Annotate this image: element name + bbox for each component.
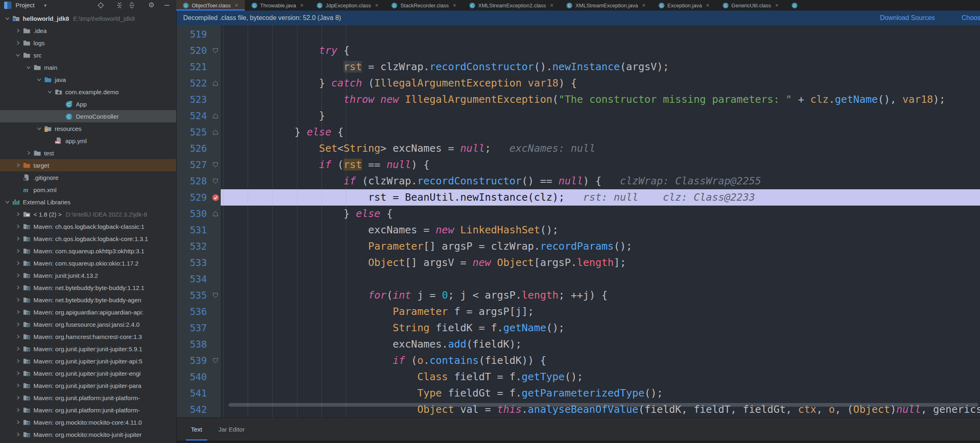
chevron-down-icon[interactable]	[35, 77, 43, 82]
editor-tab[interactable]: C	[785, 0, 807, 11]
tree-item-maven-org.hamcrest-hamcrest-core-1.3[interactable]: Maven: org.hamcrest:hamcrest-core:1.3	[0, 330, 176, 343]
code-text[interactable]: excNames = new LinkedHashSet();	[221, 222, 980, 238]
tree-item-maven-com.squareup.okio-okio-1.17.2[interactable]: Maven: com.squareup.okio:okio:1.17.2	[0, 257, 176, 269]
chevron-right-icon[interactable]	[14, 407, 22, 413]
chevron-right-icon[interactable]	[14, 297, 22, 303]
tree-item--1.8-2-[interactable]: < 1.8 (2) >D:\IntelliJ IDEA 2022.3.2\jdk…	[0, 208, 176, 220]
editor-tab-xmlstreamexception-java[interactable]: CXMLStreamException.java×	[560, 0, 652, 11]
fold-marker-icon[interactable]	[210, 352, 221, 369]
tree-item-maven-org.junit.platform-junit-platform-[interactable]: Maven: org.junit.platform:junit-platform…	[0, 392, 176, 404]
code-text[interactable]: } catch (IllegalArgumentException var18)…	[221, 75, 980, 91]
code-text[interactable]: if (rst == null) {	[221, 157, 980, 173]
chevron-right-icon[interactable]	[14, 236, 22, 241]
code-text[interactable]: Parameter[] argsP = clzWrap.recordParams…	[221, 238, 980, 255]
tree-item-maven-com.squareup.okhttp3-okhttp-3.1[interactable]: Maven: com.squareup.okhttp3:okhttp:3.1	[0, 245, 176, 257]
code-text[interactable]: Parameter f = argsP[j];	[221, 303, 980, 320]
fold-marker-icon[interactable]	[210, 206, 221, 222]
chevron-right-icon[interactable]	[14, 211, 22, 217]
code-text[interactable]: try {	[221, 42, 980, 59]
chevron-right-icon[interactable]	[14, 370, 22, 376]
editor-tab-jdpexception-class[interactable]: CJdpException.class×	[310, 0, 385, 11]
editor-tab-objecttoer-class[interactable]: CObjectToer.class×	[176, 0, 245, 11]
chevron-right-icon[interactable]	[14, 40, 22, 46]
expand-all-icon[interactable]	[128, 2, 135, 9]
chevron-right-icon[interactable]	[14, 321, 22, 327]
chevron-right-icon[interactable]	[14, 285, 22, 290]
tree-item-maven-ch.qos.logback-logback-core-1.3.1[interactable]: Maven: ch.qos.logback:logback-core:1.3.1	[0, 233, 176, 245]
download-sources-link[interactable]: Download Sources	[880, 11, 935, 25]
tree-item-java[interactable]: java	[0, 73, 176, 86]
tree-item-maven-org.junit.jupiter-junit-jupiter-para[interactable]: Maven: org.junit.jupiter:junit-jupiter-p…	[0, 379, 176, 392]
chevron-down-icon[interactable]	[46, 89, 54, 95]
chevron-right-icon[interactable]	[14, 334, 22, 339]
code-text[interactable]: }	[221, 108, 980, 124]
code-text[interactable]: if (clzWrap.recordConstructor() == null)…	[221, 173, 980, 189]
fold-marker-icon[interactable]	[210, 124, 221, 140]
tree-item-democontroller[interactable]: CDemoController	[0, 110, 176, 122]
fold-marker-icon[interactable]	[210, 75, 221, 91]
tree-item-pom.xml[interactable]: mpom.xml	[0, 184, 176, 196]
view-tab-jar-editor[interactable]: Jar Editor	[214, 418, 250, 441]
tree-item-app[interactable]: CApp	[0, 98, 176, 110]
code-text[interactable]: excNames.add(fieldK);	[221, 336, 980, 352]
tree-item-maven-org.junit.jupiter-junit-jupiter-engi[interactable]: Maven: org.junit.jupiter:junit-jupiter-e…	[0, 367, 176, 379]
chevron-right-icon[interactable]	[14, 28, 22, 33]
close-icon[interactable]: ×	[706, 2, 709, 8]
chevron-right-icon[interactable]	[14, 432, 22, 437]
tree-item-maven-org.fusesource.jansi-jansi-2.4.0[interactable]: Maven: org.fusesource.jansi:jansi:2.4.0	[0, 318, 176, 330]
tree-item-target[interactable]: target	[0, 159, 176, 171]
chevron-right-icon[interactable]	[24, 150, 33, 156]
close-icon[interactable]: ×	[775, 2, 778, 8]
tree-item-maven-junit-junit-4.13.2[interactable]: Maven: junit:junit:4.13.2	[0, 269, 176, 281]
code-text[interactable]: throw new IllegalArgumentException("The …	[221, 91, 980, 108]
chevron-down-icon[interactable]	[3, 16, 11, 21]
chevron-right-icon[interactable]	[14, 309, 22, 315]
editor-tab-stackrecorder-class[interactable]: CStackRecorder.class×	[385, 0, 463, 11]
tree-item-.idea[interactable]: .idea	[0, 24, 176, 37]
tree-item-logs[interactable]: logs	[0, 37, 176, 49]
chevron-right-icon[interactable]	[14, 419, 22, 425]
tree-item-src[interactable]: src	[0, 49, 176, 61]
choose-sources-link[interactable]: Choose Sources	[962, 11, 980, 25]
chevron-right-icon[interactable]	[14, 358, 22, 364]
code-text[interactable]: rst = BeanUtil.newInstance(clz); rst: nu…	[221, 189, 980, 206]
tree-item-.gitignore[interactable]: .gitignore	[0, 171, 176, 184]
code-text[interactable]	[221, 26, 980, 42]
editor-tab-exception-java[interactable]: CException.java×	[652, 0, 716, 11]
close-icon[interactable]: ×	[235, 2, 238, 8]
project-tool-window-title[interactable]: Project	[16, 0, 35, 11]
fold-marker-icon[interactable]	[210, 157, 221, 173]
close-icon[interactable]: ×	[375, 2, 378, 8]
chevron-down-icon[interactable]	[35, 126, 43, 131]
target-icon[interactable]	[97, 2, 104, 9]
code-text[interactable]: } else {	[221, 206, 980, 222]
chevron-right-icon[interactable]	[14, 272, 22, 278]
collapse-all-icon[interactable]	[116, 2, 123, 9]
fold-marker-icon[interactable]	[210, 108, 221, 124]
chevron-right-icon[interactable]	[14, 162, 22, 168]
code-text[interactable]: Set<String> excNames = null; excNames: n…	[221, 140, 980, 157]
fold-marker-icon[interactable]	[210, 42, 221, 59]
tree-item-com.example.demo[interactable]: com.example.demo	[0, 86, 176, 98]
close-icon[interactable]: ×	[453, 2, 456, 8]
tree-item-maven-net.bytebuddy-byte-buddy-1.12.1[interactable]: Maven: net.bytebuddy:byte-buddy:1.12.1	[0, 281, 176, 294]
tree-item-app.yml[interactable]: YMLapp.yml	[0, 135, 176, 147]
fold-marker-icon[interactable]	[210, 287, 221, 303]
code-text[interactable]	[221, 271, 980, 287]
tree-item-maven-org.mockito-mockito-junit-jupiter[interactable]: Maven: org.mockito:mockito-junit-jupiter	[0, 428, 176, 441]
minimize-icon[interactable]	[163, 2, 171, 9]
code-text[interactable]: for(int j = 0; j < argsP.length; ++j) {	[221, 287, 980, 303]
editor-tab-throwable-java[interactable]: CThrowable.java×	[245, 0, 310, 11]
chevron-right-icon[interactable]	[14, 224, 22, 229]
fold-marker-icon[interactable]	[210, 173, 221, 189]
tree-item-maven-ch.qos.logback-logback-classic-1[interactable]: Maven: ch.qos.logback:logback-classic:1	[0, 220, 176, 233]
chevron-down-icon[interactable]	[24, 64, 33, 70]
code-text[interactable]: Class fieldT = f.getType();	[221, 369, 980, 385]
code-text[interactable]: if (o.contains(fieldK)) {	[221, 352, 980, 369]
tree-item-maven-org.mockito-mockito-core-4.11.0[interactable]: Maven: org.mockito:mockito-core:4.11.0	[0, 416, 176, 428]
code-text[interactable]: } else {	[221, 124, 980, 140]
tree-item-resources[interactable]: resources	[0, 122, 176, 135]
tree-item-maven-org.junit.platform-junit-platform-[interactable]: Maven: org.junit.platform:junit-platform…	[0, 404, 176, 416]
tree-item-helloworld-jdk8[interactable]: helloworld_jdk8E:\tmp\helloworld_jdk8	[0, 12, 176, 24]
close-icon[interactable]: ×	[642, 2, 645, 8]
